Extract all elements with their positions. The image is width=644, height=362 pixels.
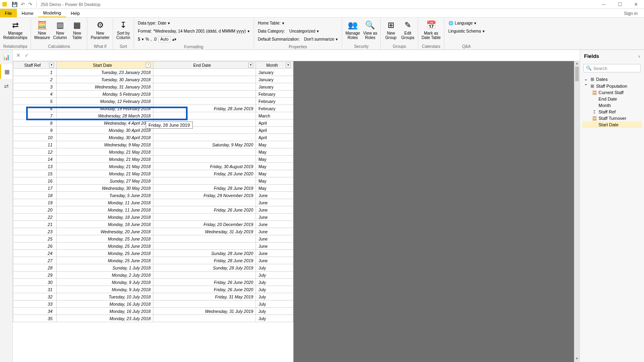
cell-staffref[interactable]: 28: [13, 264, 57, 272]
cell-startdate[interactable]: Monday, 21 May 2018: [57, 170, 153, 177]
table-row[interactable]: 10Monday, 30 April 2018April: [13, 134, 293, 141]
cell-month[interactable]: May: [256, 185, 293, 192]
chevron-up-icon[interactable]: ⌃: [584, 83, 588, 88]
stepper-icon[interactable]: ▴▾: [172, 37, 176, 41]
table-row[interactable]: 34Monday, 16 July 2018Wednesday, 31 July…: [13, 308, 293, 315]
cell-startdate[interactable]: Monday, 18 June 2018: [57, 214, 153, 221]
cell-month[interactable]: May: [256, 170, 293, 177]
table-dates[interactable]: ⌄▦Dates: [582, 76, 642, 82]
cell-enddate[interactable]: Friday, 20 December 2019: [153, 221, 256, 228]
cell-month[interactable]: June: [256, 192, 293, 199]
scroll-down-icon[interactable]: ▾: [574, 356, 580, 362]
cell-startdate[interactable]: Tuesday, 5 June 2018: [57, 192, 153, 199]
table-row[interactable]: 35Monday, 23 July 2018July: [13, 315, 293, 322]
cell-startdate[interactable]: Monday, 18 June 2018: [57, 221, 153, 228]
cell-staffref[interactable]: 15: [13, 170, 57, 177]
cell-startdate[interactable]: Sunday, 27 May 2018: [57, 177, 153, 185]
cell-startdate[interactable]: Monday, 25 June 2018: [57, 257, 153, 264]
cell-enddate[interactable]: [153, 76, 256, 83]
cell-startdate[interactable]: Monday, 21 May 2018: [57, 163, 153, 170]
cell-month[interactable]: May: [256, 156, 293, 163]
table-row[interactable]: 11Wednesday, 9 May 2018Saturday, 9 May 2…: [13, 141, 293, 148]
field-month[interactable]: Month: [582, 102, 642, 109]
cell-month[interactable]: January: [256, 69, 293, 76]
cell-staffref[interactable]: 18: [13, 192, 57, 199]
cell-staffref[interactable]: 4: [13, 90, 57, 98]
edit-groups-button[interactable]: ✎Edit Groups: [399, 19, 416, 41]
cell-staffref[interactable]: 8: [13, 119, 57, 127]
field-staff-turnover[interactable]: 🧮Staff Turnover: [582, 115, 642, 121]
cell-startdate[interactable]: Wednesday, 20 June 2018: [57, 228, 153, 235]
cell-startdate[interactable]: Monday, 9 July 2018: [57, 279, 153, 286]
table-row[interactable]: 30Monday, 9 July 2018Friday, 26 June 202…: [13, 279, 293, 286]
table-row[interactable]: 31Monday, 9 July 2018Friday, 26 June 202…: [13, 286, 293, 293]
cell-month[interactable]: February: [256, 90, 293, 98]
cell-month[interactable]: June: [256, 243, 293, 250]
filter-dropdown-icon[interactable]: ▾: [286, 63, 291, 68]
minimize-icon[interactable]: ─: [596, 0, 612, 9]
cell-startdate[interactable]: Wednesday, 4 April 2018: [57, 119, 153, 127]
sort-by-column-button[interactable]: ↧Sort by Column: [115, 19, 132, 41]
manage-roles-button[interactable]: 👥Manage Roles: [344, 19, 361, 41]
cell-staffref[interactable]: 11: [13, 141, 57, 148]
cell-startdate[interactable]: Monday, 30 April 2018: [57, 127, 153, 134]
scroll-up-icon[interactable]: ▴: [574, 61, 580, 67]
cell-month[interactable]: July: [256, 308, 293, 315]
col-staffref[interactable]: Staff Ref: [24, 63, 41, 68]
cell-month[interactable]: July: [256, 264, 293, 272]
col-startdate[interactable]: Start Date: [93, 63, 112, 68]
cell-enddate[interactable]: [153, 315, 256, 322]
table-row[interactable]: 2Tuesday, 30 January 2018January: [13, 76, 293, 83]
tab-modeling[interactable]: Modeling: [38, 9, 66, 17]
manage-relationships-button[interactable]: ⇄ Manage Relationships: [2, 19, 29, 41]
cell-startdate[interactable]: Monday, 16 July 2018: [57, 300, 153, 308]
table-row[interactable]: 22Monday, 18 June 2018June: [13, 214, 293, 221]
redo-icon[interactable]: ↷: [28, 2, 32, 7]
cell-staffref[interactable]: 25: [13, 235, 57, 243]
cell-month[interactable]: January: [256, 76, 293, 83]
vertical-scrollbar[interactable]: ▴ ▾: [574, 61, 580, 362]
field-start-date[interactable]: Start Date: [582, 121, 642, 128]
table-row[interactable]: 6Monday, 19 February 2018Friday, 28 June…: [13, 105, 293, 112]
col-month[interactable]: Month: [266, 63, 278, 68]
cell-month[interactable]: April: [256, 127, 293, 134]
cell-startdate[interactable]: Monday, 11 June 2018: [57, 199, 153, 206]
model-view-icon[interactable]: ⇄: [0, 79, 12, 93]
cell-month[interactable]: June: [256, 235, 293, 243]
datacategory-dropdown[interactable]: Uncategorized: [289, 29, 315, 33]
new-column-button[interactable]: ▥New Column: [52, 19, 68, 41]
cell-enddate[interactable]: [153, 214, 256, 221]
filter-dropdown-icon[interactable]: ▾: [248, 63, 253, 68]
cell-month[interactable]: April: [256, 119, 293, 127]
cell-enddate[interactable]: Friday, 26 June 2020: [153, 170, 256, 177]
cell-startdate[interactable]: Monday, 25 June 2018: [57, 235, 153, 243]
cell-staffref[interactable]: 20: [13, 206, 57, 214]
cell-enddate[interactable]: Friday, 28 June 2019: [153, 257, 256, 264]
cell-enddate[interactable]: Friday, 29 November 2019: [153, 192, 256, 199]
cell-enddate[interactable]: Friday, 26 June 2020: [153, 206, 256, 214]
cell-enddate[interactable]: Wednesday, 31 July 2019: [153, 308, 256, 315]
mark-date-table-button[interactable]: 📅Mark as Date Table: [420, 19, 442, 41]
scrollbar-thumb[interactable]: [575, 67, 579, 81]
hometable-dropdown[interactable]: ▾: [282, 21, 284, 25]
summarization-dropdown[interactable]: Don't summarize: [304, 37, 334, 41]
table-row[interactable]: 13Monday, 21 May 2018Friday, 30 August 2…: [13, 163, 293, 170]
cell-startdate[interactable]: Wednesday, 28 March 2018: [57, 112, 153, 119]
cell-staffref[interactable]: 6: [13, 105, 57, 112]
cell-staffref[interactable]: 23: [13, 228, 57, 235]
table-row[interactable]: 17Wednesday, 30 May 2018Friday, 28 June …: [13, 185, 293, 192]
table-row[interactable]: 24Monday, 25 June 2018Sunday, 28 June 20…: [13, 250, 293, 257]
cell-startdate[interactable]: Sunday, 1 July 2018: [57, 264, 153, 272]
cell-enddate[interactable]: [153, 112, 256, 119]
cell-startdate[interactable]: Monday, 11 June 2018: [57, 206, 153, 214]
cell-startdate[interactable]: Monday, 23 July 2018: [57, 315, 153, 322]
format-dropdown[interactable]: *Wednesday, 14 March 2001 (dddd, d MMMM …: [153, 29, 246, 33]
tab-help[interactable]: Help: [66, 9, 85, 17]
field-staff-ref[interactable]: ΣStaff Ref: [582, 109, 642, 115]
table-row[interactable]: 12Monday, 21 May 2018May: [13, 148, 293, 156]
cell-startdate[interactable]: Wednesday, 30 May 2018: [57, 185, 153, 192]
cell-staffref[interactable]: 21: [13, 221, 57, 228]
currency-button[interactable]: $: [138, 37, 140, 41]
cell-month[interactable]: April: [256, 134, 293, 141]
cell-month[interactable]: May: [256, 163, 293, 170]
